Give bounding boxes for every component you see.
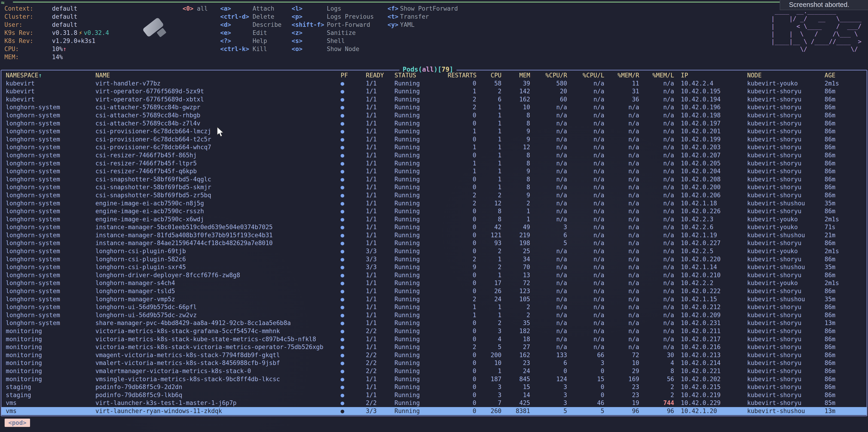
table-row[interactable]: longhorn-systemlonghorn-csi-plugin-69tjb… — [1, 247, 867, 255]
column-header-node[interactable]: NODE — [747, 71, 825, 79]
cell-ip: 10.42.2.3 — [674, 215, 747, 223]
table-row[interactable]: longhorn-systemcsi-snapshotter-58bf69fbd… — [1, 175, 867, 184]
cell-status: Running — [395, 351, 447, 359]
table-row[interactable]: longhorn-systemcsi-resizer-7466f7b45f-86… — [1, 151, 867, 159]
table-row[interactable]: monitoringvictoria-metrics-k8s-stack-gra… — [1, 327, 867, 335]
table-row[interactable]: longhorn-systeminstance-manager-81fd5a40… — [1, 231, 867, 239]
table-row[interactable]: kubevirtvirt-operator-6776f5689d-5zx9t●1… — [1, 87, 867, 95]
cell-ip: 10.42.0.214 — [674, 359, 747, 367]
table-row[interactable]: longhorn-systemcsi-snapshotter-58bf69fbd… — [1, 183, 867, 191]
table-row[interactable]: monitoringvmalert-victoria-metrics-k8s-s… — [1, 359, 867, 367]
cell-cpur: n/a — [530, 327, 567, 335]
cell-restarts: 1 — [447, 159, 476, 167]
table-row[interactable]: longhorn-systemcsi-resizer-7466f7b45f-q6… — [1, 167, 867, 175]
cell-namespace: staging — [6, 391, 95, 399]
column-header-namespace[interactable]: NAMESPACE↑ — [6, 71, 95, 79]
column-header-mem[interactable]: MEM — [501, 71, 530, 79]
table-row[interactable]: monitoringvictoria-metrics-k8s-stack-kub… — [1, 335, 867, 343]
cell-mem: 9 — [501, 127, 530, 135]
table-row[interactable]: longhorn-systemengine-image-ei-acb7590c-… — [1, 215, 867, 223]
column-header-meml[interactable]: %MEM/L — [639, 71, 674, 79]
cell-memr: n/a — [604, 271, 639, 279]
table-row[interactable]: longhorn-systemcsi-provisioner-6c78dcb66… — [1, 127, 867, 135]
table-row[interactable]: longhorn-systemlonghorn-csi-plugin-sxr45… — [1, 263, 867, 271]
cell-meml: n/a — [639, 207, 674, 215]
table-row[interactable]: longhorn-systemcsi-attacher-57689cc84b-z… — [1, 120, 867, 128]
table-row-selected[interactable]: vmsvirt-launcher-ryan-windows-11-zkdqk●3… — [1, 407, 867, 415]
table-row[interactable]: longhorn-systemcsi-attacher-57689cc84b-g… — [1, 103, 867, 111]
hotkey-key: <o> — [292, 45, 327, 53]
table-row[interactable]: longhorn-systemcsi-provisioner-6c78dcb66… — [1, 143, 867, 151]
cell-status: Running — [395, 343, 447, 351]
cell-mem: 198 — [501, 239, 530, 247]
cell-meml: n/a — [639, 223, 674, 231]
cell-ready: 1/1 — [361, 79, 395, 88]
table-row[interactable]: longhorn-systeminstance-manager-84ae2159… — [1, 239, 867, 247]
column-header-name[interactable]: NAME — [95, 71, 340, 79]
column-header-cpul[interactable]: %CPU/L — [567, 71, 604, 79]
column-header-cpur[interactable]: %CPU/R — [530, 71, 567, 79]
table-row[interactable]: longhorn-systemlonghorn-manager-vmp5z●1/… — [1, 295, 867, 303]
table-row[interactable]: longhorn-systemlonghorn-manager-s4ch4●1/… — [1, 279, 867, 287]
table-row[interactable]: longhorn-systemlonghorn-ui-56d9b575dc-66… — [1, 303, 867, 311]
cell-ready: 1/1 — [361, 279, 395, 287]
k9s-logo: ____ __.________ | |/ _/ __ \______ | < … — [771, 7, 862, 53]
cell-memr: n/a — [604, 111, 639, 120]
hotkey-key: <t> — [388, 13, 400, 21]
cell-memr: 23 — [604, 391, 639, 399]
cell-mem: 39 — [501, 79, 530, 88]
table-row[interactable]: monitoringvmagent-victoria-metrics-k8s-s… — [1, 351, 867, 359]
table-row[interactable]: kubevirtvirt-operator-6776f5689d-xbtxl●1… — [1, 95, 867, 103]
cell-memr: n/a — [604, 287, 639, 295]
column-header-memr[interactable]: %MEM/R — [604, 71, 639, 79]
table-row[interactable]: longhorn-systemengine-image-ei-acb7590c-… — [1, 207, 867, 215]
cell-meml: 96 — [639, 407, 674, 415]
column-header-status[interactable]: STATUS — [395, 71, 447, 79]
cell-memr: n/a — [604, 223, 639, 231]
cell-mem: 1 — [501, 207, 530, 215]
table-row[interactable]: longhorn-systemcsi-resizer-7466f7b45f-lt… — [1, 159, 867, 167]
table-row[interactable]: longhorn-systemshare-manager-pvc-4bbd842… — [1, 319, 867, 327]
cell-node: kubevirt-youko — [747, 79, 825, 88]
table-row[interactable]: longhorn-systeminstance-manager-5bc01eeb… — [1, 223, 867, 231]
cell-mem: 24 — [501, 367, 530, 375]
cell-namespace: monitoring — [6, 343, 95, 351]
table-row[interactable]: vmsvirt-launcher-k3s-test-1-master-1-j6p… — [1, 399, 867, 407]
cell-namespace: longhorn-system — [6, 199, 95, 207]
cell-ready: 3/3 — [361, 263, 395, 271]
cell-mem: 8 — [501, 151, 530, 159]
column-header-ip[interactable]: IP — [674, 71, 747, 79]
table-row[interactable]: longhorn-systemlonghorn-csi-plugin-582c6… — [1, 255, 867, 263]
table-row[interactable]: longhorn-systemengine-image-ei-acb7590c-… — [1, 199, 867, 207]
table-row[interactable]: longhorn-systemcsi-attacher-57689cc84b-r… — [1, 111, 867, 120]
table-row[interactable]: monitoringvmalertmanager-victoria-metric… — [1, 367, 867, 375]
pod-status-dot-icon: ● — [340, 135, 361, 143]
cell-name: longhorn-manager-tsld5 — [95, 287, 340, 295]
table-row[interactable]: stagingpodinfo-79db68f5c9-lkb6q●1/1Runni… — [1, 391, 867, 399]
table-row[interactable]: longhorn-systemlonghorn-ui-56d9b575dc-zw… — [1, 311, 867, 319]
cell-restarts: 2 — [447, 95, 476, 103]
column-header-pf[interactable]: PF — [340, 71, 361, 79]
cell-memr: 96 — [604, 407, 639, 415]
table-row[interactable]: monitoringvmsingle-victoria-metrics-k8s-… — [1, 375, 867, 383]
table-row[interactable]: monitoringvictoria-metrics-k8s-stack-vic… — [1, 343, 867, 351]
column-header-ready[interactable]: READY — [361, 71, 395, 79]
cell-memr: n/a — [604, 343, 639, 351]
column-header-age[interactable]: AGE — [825, 71, 862, 79]
cell-mem: 162 — [501, 351, 530, 359]
table-row[interactable]: longhorn-systemcsi-snapshotter-58bf69fbd… — [1, 191, 867, 199]
column-header-cpu[interactable]: CPU — [476, 71, 501, 79]
table-row[interactable]: longhorn-systemcsi-provisioner-6c78dcb66… — [1, 135, 867, 143]
cell-meml: n/a — [639, 295, 674, 303]
cell-age: 86m — [825, 311, 862, 319]
table-row[interactable]: longhorn-systemlonghorn-manager-tsld5●1/… — [1, 287, 867, 295]
cell-cpu: 2 — [476, 319, 501, 327]
cell-cpul: n/a — [567, 311, 604, 319]
table-row[interactable]: kubevirtvirt-handler-v77bz●1/1Running058… — [1, 79, 867, 88]
table-row[interactable]: longhorn-systemlonghorn-driver-deployer-… — [1, 271, 867, 279]
cell-memr: 11 — [604, 79, 639, 88]
pod-status-dot-icon: ● — [340, 79, 361, 88]
cell-mem: 219 — [501, 231, 530, 239]
table-row[interactable]: stagingpodinfo-79db68f5c9-2d2dn●1/1Runni… — [1, 383, 867, 391]
column-header-restarts[interactable]: RESTARTS — [447, 71, 476, 79]
